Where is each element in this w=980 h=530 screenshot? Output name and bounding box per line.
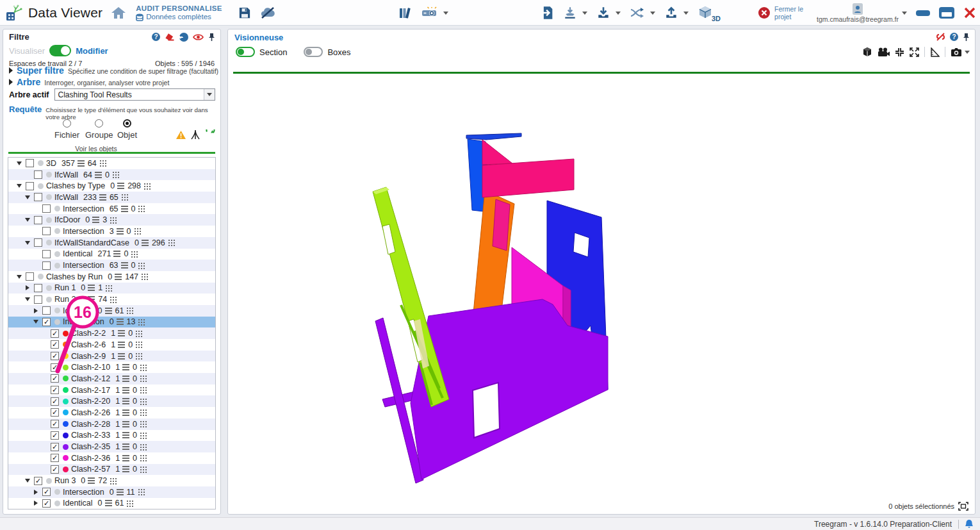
tree-row[interactable]: IfcWall640 — [8, 169, 215, 181]
row-checkbox[interactable] — [42, 204, 51, 213]
home-icon[interactable] — [111, 6, 126, 20]
broken-link-icon[interactable] — [936, 32, 945, 42]
arbre-expander-icon[interactable] — [9, 79, 13, 85]
row-checkbox[interactable] — [34, 238, 42, 247]
row-checkbox[interactable]: ✓ — [51, 408, 59, 417]
row-checkbox[interactable] — [34, 193, 42, 201]
selection-box-icon[interactable] — [958, 502, 968, 511]
row-checkbox[interactable]: ✓ — [51, 431, 59, 440]
row-checkbox[interactable] — [42, 306, 51, 315]
radio-fichier[interactable]: Fichier — [54, 119, 79, 140]
row-checkbox[interactable] — [34, 284, 42, 292]
notifications-bell-icon[interactable] — [965, 519, 974, 529]
cube-view-icon[interactable] — [862, 47, 872, 57]
export-current-icon[interactable] — [563, 6, 577, 20]
refresh-icon[interactable] — [204, 129, 215, 140]
row-checkbox[interactable]: ✓ — [51, 454, 59, 462]
3d-scene[interactable] — [228, 29, 975, 514]
tree-row[interactable]: IfcWallStandardCase0296 — [8, 237, 215, 249]
cube-3d-icon[interactable]: 3D — [698, 5, 713, 21]
row-checkbox[interactable]: ✓ — [34, 477, 42, 485]
curves-icon[interactable] — [190, 129, 201, 140]
minimize-button[interactable] — [916, 10, 930, 16]
expander-icon[interactable] — [23, 218, 32, 222]
section-toggle[interactable]: Section — [236, 47, 287, 57]
radio-objet-circle[interactable] — [123, 119, 131, 128]
tree-row[interactable]: Identical2710 — [8, 249, 215, 260]
tree-row[interactable]: ✓Clash-2-1010 — [8, 361, 215, 373]
expander-icon[interactable] — [23, 285, 32, 290]
pie-chart-icon[interactable] — [179, 33, 188, 42]
projector-dropdown-caret[interactable] — [443, 12, 448, 15]
super-filter-label[interactable]: Super filtre — [17, 65, 64, 76]
tree-row[interactable]: IfcDoor03 — [8, 214, 215, 226]
tree-row[interactable]: ✓Identical061 — [8, 498, 215, 509]
measure-icon[interactable] — [930, 47, 940, 57]
row-checkbox[interactable]: ✓ — [51, 329, 59, 338]
row-checkbox[interactable] — [34, 295, 42, 304]
expander-icon[interactable] — [23, 297, 32, 301]
tree-row[interactable]: ✓Clash-2-2810 — [8, 418, 215, 430]
active-tree-select-caret[interactable] — [204, 89, 215, 100]
row-checkbox[interactable]: ✓ — [42, 499, 51, 508]
boxes-toggle[interactable]: Boxes — [304, 47, 350, 57]
tree-row[interactable]: ✓Run 3072 — [8, 475, 215, 486]
row-checkbox[interactable] — [26, 182, 34, 190]
boxes-toggle-switch[interactable] — [304, 47, 323, 57]
tree-row[interactable]: Run 2074 — [8, 294, 215, 305]
super-filter-expander-icon[interactable] — [9, 67, 13, 74]
row-checkbox[interactable]: ✓ — [51, 340, 59, 349]
snapshot-caret[interactable] — [965, 51, 970, 54]
import-file-icon[interactable] — [541, 6, 554, 20]
radio-fichier-circle[interactable] — [63, 119, 71, 128]
viewer-help-icon[interactable]: ? — [950, 33, 958, 41]
section-toggle-switch[interactable] — [236, 47, 255, 57]
row-checkbox[interactable] — [42, 250, 51, 258]
tree-row[interactable]: ✓Intersection013 — [8, 317, 215, 328]
tree-row[interactable]: ✓Clash-2-3510 — [8, 441, 215, 452]
tree-row[interactable]: ✓Intersection011 — [8, 486, 215, 498]
export-current-caret[interactable] — [582, 12, 587, 15]
tree-row[interactable]: Intersection630 — [8, 260, 215, 271]
row-checkbox[interactable]: ✓ — [51, 374, 59, 383]
row-checkbox[interactable] — [26, 159, 34, 167]
expander-icon[interactable] — [15, 161, 24, 165]
row-checkbox[interactable]: ✓ — [51, 443, 59, 451]
tree-row[interactable]: ✓Clash-2-210 — [8, 327, 215, 339]
project-info[interactable]: AUDIT PERSONNALISE Données complètes — [136, 4, 222, 21]
viewer-pin-icon[interactable] — [963, 33, 970, 42]
row-checkbox[interactable] — [34, 216, 42, 224]
row-checkbox[interactable] — [34, 170, 42, 179]
expander-icon[interactable] — [15, 184, 24, 188]
upload-caret[interactable] — [683, 12, 689, 15]
tree-row[interactable]: Identical061 — [8, 305, 215, 317]
expander-icon[interactable] — [31, 308, 40, 313]
radio-objet[interactable]: Objet — [117, 119, 137, 140]
upload-icon[interactable] — [664, 6, 678, 20]
row-checkbox[interactable] — [42, 261, 51, 270]
help-icon[interactable]: ? — [152, 33, 160, 41]
expander-icon[interactable] — [23, 195, 32, 199]
save-icon[interactable] — [238, 6, 251, 19]
row-checkbox[interactable]: ✓ — [51, 352, 59, 360]
expander-icon[interactable] — [31, 320, 40, 324]
tree-row[interactable]: Intersection30 — [8, 226, 215, 237]
expander-icon[interactable] — [31, 490, 40, 495]
maximize-button[interactable] — [939, 7, 954, 19]
tree-row[interactable]: Intersection650 — [8, 203, 215, 215]
download-caret[interactable] — [616, 12, 621, 15]
expander-icon[interactable] — [31, 501, 40, 506]
tree-row[interactable]: ✓Clash-2-610 — [8, 339, 215, 351]
arbre-label[interactable]: Arbre — [17, 77, 40, 87]
row-checkbox[interactable]: ✓ — [42, 318, 51, 326]
projector-icon[interactable] — [421, 6, 438, 19]
eye-icon[interactable] — [193, 33, 204, 41]
user-account[interactable]: tgm.cmaufrais@treegram.fr — [817, 3, 899, 23]
row-checkbox[interactable]: ✓ — [51, 397, 59, 406]
tree-row[interactable]: ✓Clash-2-3610 — [8, 452, 215, 464]
row-checkbox[interactable]: ✓ — [51, 420, 59, 428]
download-icon[interactable] — [596, 6, 610, 20]
tree-row[interactable]: Clashes by Type0298 — [8, 180, 215, 192]
close-window-button[interactable] — [963, 6, 976, 19]
tree-row[interactable]: IfcWall23365 — [8, 192, 215, 203]
